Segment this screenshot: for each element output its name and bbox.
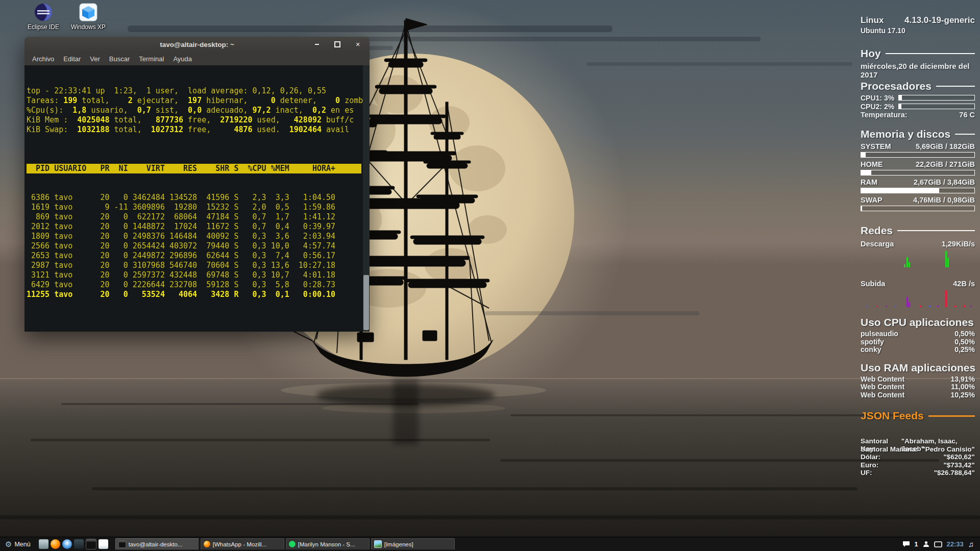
value: 0,25% <box>954 345 975 354</box>
terminal-line: %Cpu(s): 1,8 usuario, 0,7 sist, 0,0 adec… <box>27 106 370 115</box>
firefox-icon[interactable] <box>51 539 60 549</box>
network-spike <box>909 262 910 267</box>
clock[interactable]: 22:33 <box>947 540 964 548</box>
download-value: 1,29KiB/s <box>942 240 975 249</box>
terminal-icon[interactable] <box>86 539 96 549</box>
maximize-button[interactable] <box>334 41 341 48</box>
menu-label: Menú <box>14 541 30 548</box>
images-icon <box>374 540 382 548</box>
upload-value: 42B /s <box>953 280 975 289</box>
files-icon[interactable] <box>39 539 48 549</box>
ram-app-row: Web Content11,00% <box>861 383 975 391</box>
app-icon[interactable] <box>74 539 84 549</box>
feed-row: Dólar:"$620,62" <box>861 453 975 461</box>
temperature-label: Temperatura: <box>861 111 908 120</box>
cpu-row: CPU1: 3% <box>861 93 975 102</box>
cpu-row: CPU2: 2% <box>861 102 975 111</box>
desktop-icon-label: Windows XP <box>71 23 106 31</box>
process-row: 869 tavo 20 0 622172 68064 47184 S 0,7 1… <box>27 212 370 222</box>
menu-item-editar[interactable]: Editar <box>59 55 85 63</box>
label: Euro: <box>861 461 878 469</box>
label: conky <box>861 345 881 354</box>
user-icon[interactable] <box>923 541 929 547</box>
label: spotify <box>861 338 884 346</box>
chat-icon[interactable] <box>902 541 910 547</box>
temperature-value: 76 C <box>959 111 975 120</box>
json-feeds-list: Santoral Hoy:"Abraham, Isaac, Jacob"Sant… <box>861 437 975 477</box>
network-spike <box>920 306 921 307</box>
memory-value: 4,76MiB / 0,98GiB <box>913 196 975 205</box>
label: Santoral Hoy: <box>861 437 901 445</box>
label: pulseaudio <box>861 330 898 338</box>
chromium-icon[interactable] <box>62 539 72 549</box>
notification-count[interactable]: 1 <box>915 541 918 548</box>
cpu-label: CPU1: 3% <box>861 94 894 102</box>
section-networks: Redes <box>861 224 975 237</box>
upload-graph <box>861 290 975 307</box>
window-button[interactable]: tavo@altair-deskto... <box>115 538 199 550</box>
terminal-output: top - 22:33:41 up 1:23, 1 user, load ave… <box>24 65 370 332</box>
kernel-version: 4.13.0-19-generic <box>904 15 975 26</box>
cpu-meter <box>898 104 975 109</box>
value: "Abraham, Isaac, Jacob" <box>901 437 975 445</box>
minimize-button[interactable] <box>313 41 321 48</box>
process-row: 6386 tavo 20 0 3462484 134528 41596 S 2,… <box>27 193 370 203</box>
process-row: 11255 tavo 20 0 53524 4064 3428 R 0,3 0,… <box>27 290 370 299</box>
music-note-icon[interactable]: ♫ <box>968 540 974 548</box>
cpu-apps-list: pulseaudio0,50%spotify0,50%conky0,25% <box>861 330 975 354</box>
cpu-meter-fill <box>899 95 902 100</box>
memory-meter-fill <box>861 153 866 157</box>
scrollbar-thumb[interactable] <box>363 275 369 330</box>
window-button-label: [Marilyn Manson - S... <box>298 541 355 547</box>
network-spike <box>945 251 947 267</box>
desktop-icon-eclipse[interactable]: Eclipse IDE <box>20 3 66 31</box>
distro-version: Ubuntu 17.10 <box>861 27 975 35</box>
cpu-meter <box>898 95 975 101</box>
desktop-icon-windows-xp[interactable]: Windows XP <box>65 3 111 31</box>
download-label: Descarga <box>861 240 894 249</box>
processors-header: Procesadores <box>861 80 932 92</box>
window-button[interactable]: [Imágenes] <box>371 538 455 550</box>
terminal-window: tavo@altair-desktop: ~ ✕ ArchivoEditarVe… <box>24 37 370 332</box>
cpu-apps-header: Uso CPU aplicaciones <box>861 316 974 329</box>
close-button[interactable]: ✕ <box>354 41 361 48</box>
conky-panel: Linux 4.13.0-19-generic Ubuntu 17.10 Hoy… <box>861 15 975 477</box>
terminal-menubar: ArchivoEditarVerBuscarTerminalAyuda <box>24 52 370 65</box>
ram-app-row: Web Content13,91% <box>861 375 975 383</box>
memory-value: 5,69GiB / 182GiB <box>916 142 975 151</box>
menu-item-ver[interactable]: Ver <box>85 55 105 63</box>
window-button[interactable]: [Marilyn Manson - S... <box>286 538 370 550</box>
window-button[interactable]: [WhatsApp - Mozill... <box>201 538 284 550</box>
menu-item-archivo[interactable]: Archivo <box>28 55 59 63</box>
menu-item-ayuda[interactable]: Ayuda <box>168 55 197 63</box>
network-spike <box>937 306 939 307</box>
menu-button[interactable]: ⚙ Menú <box>0 537 36 551</box>
cpu-app-row: spotify0,50% <box>861 338 975 346</box>
ram-apps-list: Web Content13,91%Web Content11,00%Web Co… <box>861 375 975 399</box>
cpu-label: CPU2: 2% <box>861 103 894 111</box>
section-json-feeds: JSON Feeds <box>861 410 975 422</box>
label: Web Content <box>861 383 904 391</box>
label: Dólar: <box>861 453 880 461</box>
display-icon[interactable] <box>934 541 942 547</box>
memory-row: SYSTEM5,69GiB / 182GiB <box>861 142 975 151</box>
document-icon[interactable] <box>99 539 108 549</box>
menu-item-terminal[interactable]: Terminal <box>134 55 168 63</box>
network-spike <box>929 306 930 307</box>
window-button-label: tavo@altair-deskto... <box>129 541 183 547</box>
memory-row: SWAP4,76MiB / 0,98GiB <box>861 196 975 205</box>
firefox-icon <box>204 541 210 547</box>
rule <box>955 134 975 135</box>
terminal-titlebar[interactable]: tavo@altair-desktop: ~ ✕ <box>24 37 370 52</box>
today-date: miércoles,20 de diciembre del 2017 <box>861 62 975 71</box>
network-spike <box>904 264 905 267</box>
memory-meter-fill <box>861 170 871 175</box>
memory-meter <box>861 188 975 193</box>
menu-item-buscar[interactable]: Buscar <box>105 55 134 63</box>
terminal-scrollbar[interactable] <box>363 65 370 332</box>
cpu-app-row: pulseaudio0,50% <box>861 330 975 338</box>
cpu-list: CPU1: 3%CPU2: 2% <box>861 93 975 111</box>
os-label: Linux <box>861 15 884 26</box>
window-list: tavo@altair-deskto...[WhatsApp - Mozill.… <box>115 538 455 550</box>
memory-label: SWAP <box>861 196 883 205</box>
